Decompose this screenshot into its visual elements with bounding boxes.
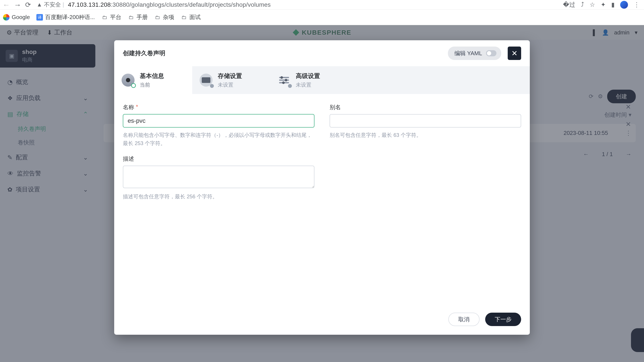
close-icon: ✕ xyxy=(512,49,518,58)
star-icon[interactable]: ☆ xyxy=(590,1,595,8)
name-input[interactable] xyxy=(123,114,314,127)
browser-toolbar: ← → ⟳ ▲ 不安全 | 47.103.131.208:30880/golan… xyxy=(0,0,644,9)
url-path: :30880/golangblogs/clusters/default/proj… xyxy=(111,1,271,8)
bookmark-manual[interactable]: 🗀 手册 xyxy=(128,13,148,21)
step-subtitle: 未设置 xyxy=(218,81,242,88)
description-input[interactable] xyxy=(123,166,314,188)
reload-icon[interactable]: ⟳ xyxy=(25,1,31,9)
bookmark-label: 杂项 xyxy=(163,13,174,21)
advanced-step-icon xyxy=(278,74,290,87)
bookmark-label: 平台 xyxy=(110,13,121,21)
overflow-icon[interactable]: ⋮ xyxy=(634,1,640,8)
modal-title: 创建持久卷声明 xyxy=(123,49,165,57)
nav-forward-icon[interactable]: → xyxy=(14,1,21,8)
cancel-button[interactable]: 取消 xyxy=(448,313,480,326)
required-icon: * xyxy=(136,103,138,111)
storage-step-icon xyxy=(200,74,212,87)
step-pending-badge-icon xyxy=(288,84,292,88)
yaml-toggle-label: 编辑 YAML xyxy=(454,49,482,57)
bookmark-label: 面试 xyxy=(190,13,201,21)
modal-backdrop: 创建持久卷声明 编辑 YAML ✕ xyxy=(0,25,644,362)
modal-footer: 取消 下一步 xyxy=(114,306,530,335)
bookmark-google[interactable]: Google xyxy=(3,14,30,20)
next-button[interactable]: 下一步 xyxy=(485,313,521,326)
step-title: 基本信息 xyxy=(140,72,164,80)
step-active-badge-icon xyxy=(131,83,136,88)
create-pvc-modal: 创建持久卷声明 编辑 YAML ✕ xyxy=(114,40,530,335)
step-subtitle: 当前 xyxy=(140,81,164,88)
warning-icon: ▲ xyxy=(36,1,42,8)
insecure-badge: ▲ 不安全 | xyxy=(36,1,64,8)
step-pending-badge-icon xyxy=(210,84,214,88)
bookmark-label: Google xyxy=(12,14,30,20)
browser-actions: �过 ⤴ ☆ ✦ ▮ ⋮ xyxy=(563,1,642,9)
folder-icon: 🗀 xyxy=(102,14,108,20)
desc-label: 描述 xyxy=(123,155,134,163)
folder-icon: 🗀 xyxy=(154,14,161,20)
profile-avatar[interactable] xyxy=(620,1,628,9)
modal-steps: 基本信息 当前 存储设置 未设置 xyxy=(114,66,530,94)
translate-icon[interactable]: �过 xyxy=(563,1,575,9)
field-name: 名称 * 名称只能包含小写字母、数字和连字符（-），必须以小写字母或数字开头和结… xyxy=(123,103,314,148)
step-storage-settings[interactable]: 存储设置 未设置 xyxy=(192,66,270,94)
step-title: 高级设置 xyxy=(296,72,320,80)
google-icon xyxy=(3,14,10,20)
panel-icon[interactable]: ▮ xyxy=(611,1,614,8)
alias-input[interactable] xyxy=(330,114,521,127)
name-label: 名称 xyxy=(123,103,134,111)
name-help: 名称只能包含小写字母、数字和连字符（-），必须以小写字母或数字开头和结尾，最长 … xyxy=(123,131,314,148)
modal-form: 名称 * 名称只能包含小写字母、数字和连字符（-），必须以小写字母或数字开头和结… xyxy=(114,94,530,203)
bookmark-platform[interactable]: 🗀 平台 xyxy=(102,13,121,21)
bookmark-interview[interactable]: 🗀 面试 xyxy=(181,13,201,21)
nav-back-icon[interactable]: ← xyxy=(2,1,10,8)
toggle-switch-icon xyxy=(486,50,496,56)
desc-help: 描述可包含任意字符，最长 256 个字符。 xyxy=(123,192,314,201)
edit-yaml-toggle[interactable]: 编辑 YAML xyxy=(448,46,501,60)
share-icon[interactable]: ⤴ xyxy=(581,1,584,8)
step-title: 存储设置 xyxy=(218,72,242,80)
extensions-icon[interactable]: ✦ xyxy=(601,1,606,8)
step-basic-info[interactable]: 基本信息 当前 xyxy=(114,66,192,94)
url-bar[interactable]: ▲ 不安全 | 47.103.131.208:30880/golangblogs… xyxy=(35,0,559,9)
modal-close-button[interactable]: ✕ xyxy=(508,46,521,60)
url-host: 47.103.131.208 xyxy=(68,1,111,8)
url-text: 47.103.131.208:30880/golangblogs/cluster… xyxy=(68,1,271,8)
insecure-label: 不安全 xyxy=(44,1,61,8)
field-alias: 别名 别名可包含任意字符，最长 63 个字符。 xyxy=(330,103,521,148)
bookmark-translate[interactable]: 译 百度翻译-200种语... xyxy=(36,13,95,21)
field-description: 描述 描述可包含任意字符，最长 256 个字符。 xyxy=(123,155,314,201)
step-subtitle: 未设置 xyxy=(296,81,320,88)
folder-icon: 🗀 xyxy=(128,14,134,20)
translate-icon: 译 xyxy=(36,14,43,20)
bookmarks-bar: Google 译 百度翻译-200种语... 🗀 平台 🗀 手册 🗀 杂项 🗀 … xyxy=(0,9,644,25)
bookmark-label: 手册 xyxy=(136,13,148,21)
bookmark-label: 百度翻译-200种语... xyxy=(45,13,95,21)
disk-icon xyxy=(122,74,134,87)
alias-label: 别名 xyxy=(330,103,341,111)
app-root: ⚙ 平台管理 ⬇ 工作台 KUBESPHERE ▌ 👤 admin ▾ ▣ sh… xyxy=(0,25,644,362)
folder-icon: 🗀 xyxy=(181,14,187,20)
alias-help: 别名可包含任意字符，最长 63 个字符。 xyxy=(330,131,521,139)
bookmark-misc[interactable]: 🗀 杂项 xyxy=(154,13,174,21)
step-advanced-settings[interactable]: 高级设置 未设置 xyxy=(270,66,348,94)
